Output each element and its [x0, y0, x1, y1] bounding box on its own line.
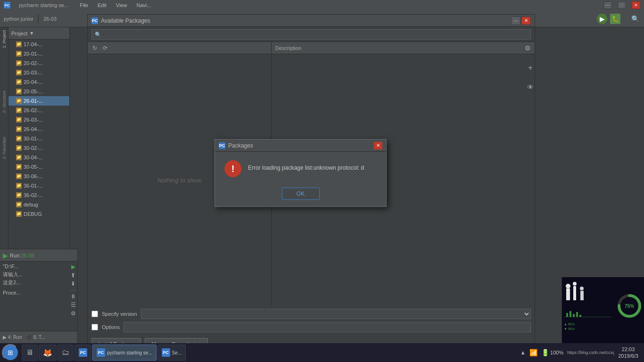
dialog-icon: PC	[219, 142, 225, 149]
clock-time: 22:03	[618, 346, 638, 353]
dialog-title: Packages	[228, 142, 374, 149]
pycharm-active-label: pycharm starting se...	[107, 350, 152, 355]
taskbar-files[interactable]: 🗂	[58, 345, 74, 361]
pycharm-se-icon: PC	[162, 348, 170, 357]
battery-icon: 🔋	[541, 349, 549, 356]
dialog-close-btn[interactable]: ✕	[374, 142, 382, 149]
explorer-icon: 🖥	[26, 348, 33, 357]
dialog-body: ! Error loading package list:unknown pro…	[215, 152, 386, 184]
firefox-icon: 🦊	[43, 348, 52, 357]
tray-url: https://blog.csdn.net/ccxgh	[567, 350, 614, 355]
taskbar-pycharm-main[interactable]: PC	[74, 345, 91, 361]
taskbar-firefox[interactable]: 🦊	[39, 345, 57, 361]
ide-container: PC pycharm starting se... File Edit View…	[0, 0, 644, 362]
pycharm-se-label: Se...	[172, 350, 182, 355]
taskbar-pycharm-active[interactable]: PC pycharm starting se...	[92, 345, 157, 361]
ok-btn[interactable]: OK	[282, 188, 320, 200]
start-btn[interactable]: ⊞	[2, 344, 19, 361]
pycharm-active-icon: PC	[97, 348, 105, 357]
tray-arrow[interactable]: ▲	[520, 349, 526, 356]
error-dialog: PC Packages ✕ ! Error loading package li…	[215, 139, 387, 207]
taskbar-explorer[interactable]: 🖥	[22, 345, 38, 361]
pycharm-main-icon: PC	[79, 348, 87, 357]
dialog-message: Error loading package list:unknown proto…	[248, 160, 364, 172]
clock: 22:03 2019/6/3	[618, 346, 638, 360]
files-icon: 🗂	[62, 348, 69, 357]
dialog-overlay: PC Packages ✕ ! Error loading package li…	[0, 0, 644, 362]
wifi-icon: 📶	[529, 349, 537, 356]
battery-area: 🔋 100%	[541, 349, 563, 356]
error-icon: !	[224, 160, 241, 177]
taskbar: ⊞ 🖥 🦊 🗂 PC PC pycharm starting se... PC …	[0, 343, 644, 362]
clock-date: 2019/6/3	[618, 353, 638, 359]
battery-pct: 100%	[550, 350, 563, 355]
taskbar-tray: ▲ 📶 🔋 100% https://blog.csdn.net/ccxgh 2…	[520, 346, 642, 360]
dialog-titlebar: PC Packages ✕	[215, 140, 386, 152]
tray-url-text: https://blog.csdn.net/ccxgh	[567, 350, 614, 355]
dialog-footer: OK	[215, 184, 386, 206]
taskbar-pycharm-se[interactable]: PC Se...	[157, 345, 186, 361]
